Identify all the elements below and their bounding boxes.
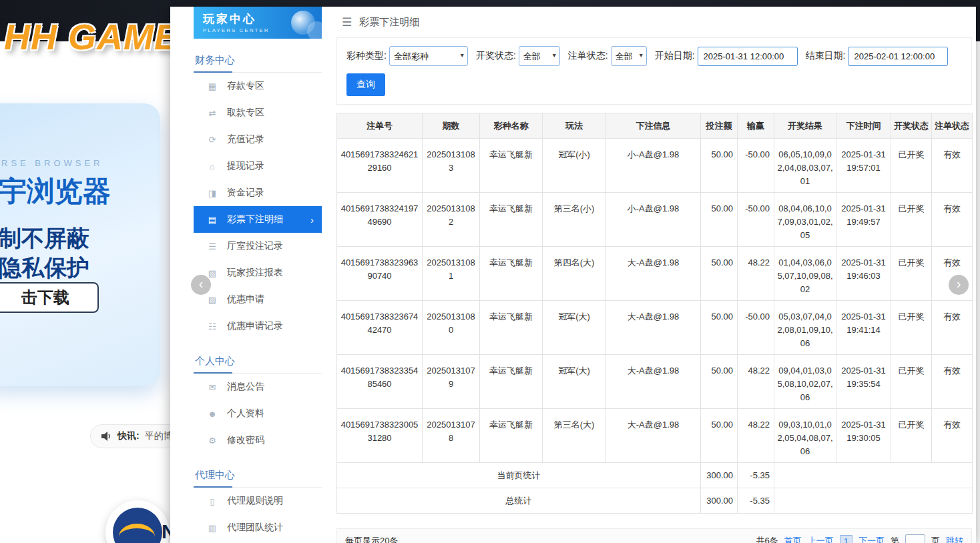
- ball-decoration-icon: [307, 21, 322, 39]
- download-button[interactable]: 击下载: [0, 282, 99, 313]
- sidebar-item-label: 消息公告: [227, 381, 264, 393]
- lottery-type-select[interactable]: 全部彩种: [389, 46, 468, 66]
- table-cell: 幸运飞艇新: [480, 355, 543, 409]
- table-row: 40156917383236744247020250131080幸运飞艇新冠军(…: [337, 301, 973, 355]
- table-cell: 有效: [932, 409, 973, 463]
- sidebar-item-label: 提现记录: [227, 160, 264, 172]
- table-cell: 50.00: [701, 247, 738, 301]
- page-jump-input[interactable]: [905, 534, 925, 543]
- bet-report-icon: ▧: [207, 268, 218, 278]
- sidebar-item[interactable]: ▯代理规则说明: [194, 488, 322, 514]
- sidebar-item[interactable]: ⇄取款专区: [194, 99, 322, 126]
- profile-icon: ☻: [207, 409, 218, 419]
- jump-go-link[interactable]: 跳转: [946, 535, 963, 543]
- table-cell: 大-A盘@1.98: [606, 409, 701, 463]
- next-page-link[interactable]: 下一页: [859, 535, 885, 543]
- bets-table-wrap: 注单号期数彩种名称玩法下注信息投注额输赢开奖结果下注时间开奖状态注单状态 401…: [336, 113, 972, 514]
- sidebar-item[interactable]: ☻个人资料: [194, 400, 322, 427]
- sidebar-item[interactable]: ◨资金记录: [194, 179, 322, 206]
- per-page-label: 每页显示20条: [345, 535, 398, 543]
- table-cell: 20250131083: [423, 139, 480, 193]
- table-cell: 20250131080: [423, 301, 480, 355]
- end-date-input[interactable]: [848, 47, 948, 66]
- table-cell: -50.00: [738, 139, 774, 193]
- bets-table: 注单号期数彩种名称玩法下注信息投注额输赢开奖结果下注时间开奖状态注单状态 401…: [336, 113, 973, 514]
- sidebar-item[interactable]: ▤彩票下注明细›: [194, 206, 322, 233]
- table-row: 40156917383246212916020250131083幸运飞艇新冠军(…: [337, 139, 973, 193]
- sidebar-item[interactable]: ⚙修改密码: [194, 427, 322, 454]
- table-row: 40156917383241974969020250131082幸运飞艇新第三名…: [337, 193, 973, 247]
- table-cell: 401569173832300531280: [337, 409, 423, 463]
- table-row: 40156917383233548546020250131079幸运飞艇新冠军(…: [337, 355, 973, 409]
- table-cell: 401569173832396390740: [337, 247, 423, 301]
- banner-title: 宇浏览器: [0, 173, 111, 210]
- table-cell: 48.22: [738, 355, 774, 409]
- team-logo: [105, 500, 170, 543]
- table-cell: 有效: [932, 193, 973, 247]
- column-header: 下注信息: [606, 113, 701, 139]
- page-summary-empty: [774, 463, 973, 488]
- table-cell: 2025-01-31 19:49:57: [836, 193, 891, 247]
- column-header: 开奖结果: [774, 113, 836, 139]
- recharge-record-icon: ⟳: [207, 135, 218, 145]
- table-cell: 48.22: [738, 409, 774, 463]
- total-summary-winloss: -5.35: [738, 488, 774, 514]
- sidebar-item-label: 彩票下注明细: [227, 213, 283, 225]
- sidebar-item-label: 修改密码: [227, 434, 264, 446]
- end-date-label: 结束日期:: [806, 50, 846, 62]
- query-button[interactable]: 查询: [346, 73, 385, 96]
- menu-toggle-icon[interactable]: ☰: [342, 15, 352, 29]
- sidebar-item[interactable]: ✉消息公告: [194, 374, 322, 400]
- main-content: ☰ 彩票下注明细 彩种类型: 全部彩种 开奖状态: 全部 注单状态: 全部 开始…: [336, 7, 972, 543]
- table-cell: 401569173832335485460: [337, 355, 423, 409]
- ticker-text: 平的博: [145, 430, 173, 442]
- table-cell: 08,04,06,10,07,09,03,01,02,05: [774, 193, 836, 247]
- sidebar-item[interactable]: ☷优惠申请记录: [194, 313, 322, 340]
- promo-banner: RSE BROWSER 宇浏览器 制不屏蔽 隐私保护 击下载: [0, 103, 160, 386]
- agent-rules-icon: ▯: [207, 496, 218, 506]
- player-center-modal: 玩家中心 PLAYERS CENTER 财务中心▦存款专区⇄取款专区⟳充值记录⌂…: [170, 7, 976, 543]
- sidebar-item[interactable]: ⌂提现记录: [194, 153, 322, 179]
- start-date-input[interactable]: [698, 47, 798, 66]
- table-cell: 幸运飞艇新: [480, 193, 543, 247]
- first-page-link[interactable]: 首页: [784, 535, 802, 543]
- sidebar-item[interactable]: ⟳充值记录: [194, 126, 322, 153]
- sidebar-header: 玩家中心 PLAYERS CENTER: [194, 7, 322, 39]
- draw-status-select[interactable]: 全部: [519, 46, 560, 66]
- carousel-prev-button[interactable]: ‹: [191, 275, 211, 295]
- sidebar-item[interactable]: ▦存款专区: [194, 73, 322, 99]
- banner-tagline: RSE BROWSER: [1, 158, 103, 168]
- table-cell: 有效: [932, 355, 973, 409]
- current-page-badge[interactable]: 1: [840, 535, 852, 543]
- order-status-select[interactable]: 全部: [611, 46, 647, 66]
- table-cell: 50.00: [701, 301, 738, 355]
- table-row: 40156917383230053128020250131078幸运飞艇新第三名…: [337, 409, 973, 463]
- filter-panel: 彩种类型: 全部彩种 开奖状态: 全部 注单状态: 全部 开始日期: 结束日期:…: [336, 37, 972, 105]
- prev-page-link[interactable]: 上一页: [808, 535, 834, 543]
- table-cell: 2025-01-31 19:30:05: [836, 409, 891, 463]
- total-summary-row: 总统计 300.00 -5.35: [337, 488, 973, 514]
- sidebar-item[interactable]: ▥代理团队统计: [194, 514, 322, 541]
- table-cell: 50.00: [701, 139, 738, 193]
- sidebar-item[interactable]: ☰厅室投注记录: [194, 233, 322, 259]
- sidebar-item[interactable]: ▧玩家投注报表: [194, 259, 322, 286]
- sidebar-item[interactable]: ▨优惠申请: [194, 286, 322, 313]
- table-cell: 幸运飞艇新: [480, 139, 543, 193]
- start-date-label: 开始日期:: [655, 50, 695, 62]
- table-cell: 09,03,10,01,02,05,04,08,07,06: [774, 409, 836, 463]
- table-cell: 冠军(大): [543, 355, 606, 409]
- table-cell: 有效: [932, 139, 973, 193]
- total-summary-bet: 300.00: [701, 488, 738, 514]
- table-cell: 20250131079: [423, 355, 480, 409]
- sidebar-section-header: 财务中心: [194, 48, 322, 73]
- column-header: 下注时间: [836, 113, 891, 139]
- table-cell: 401569173832462129160: [337, 139, 423, 193]
- carousel-next-button[interactable]: ›: [949, 275, 969, 295]
- table-body: 40156917383246212916020250131083幸运飞艇新冠军(…: [337, 139, 973, 463]
- sidebar-item-label: 存款专区: [227, 80, 264, 92]
- draw-status-label: 开奖状态:: [476, 50, 516, 62]
- table-cell: 幸运飞艇新: [480, 301, 543, 355]
- page-summary-bet: 300.00: [701, 463, 738, 488]
- table-cell: 大-A盘@1.98: [606, 247, 701, 301]
- sidebar-menu: 财务中心▦存款专区⇄取款专区⟳充值记录⌂提现记录◨资金记录▤彩票下注明细›☰厅室…: [194, 48, 322, 541]
